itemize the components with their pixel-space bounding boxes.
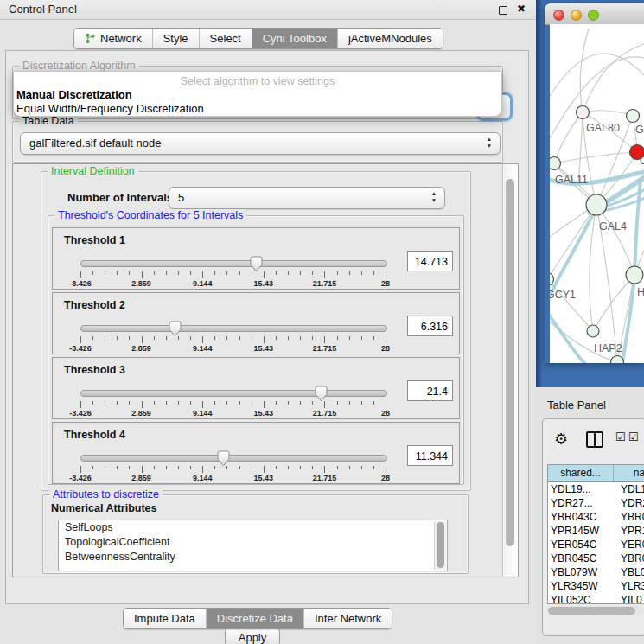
tab-cyni-toolbox[interactable]: Cyni Toolbox bbox=[252, 29, 337, 48]
network-edge[interactable] bbox=[583, 43, 644, 112]
threshold-value-field[interactable]: 14.713 bbox=[407, 251, 453, 271]
tab-network[interactable]: Network bbox=[74, 29, 152, 48]
slider-handle-icon[interactable] bbox=[315, 386, 328, 402]
table-header-row[interactable]: shared...na bbox=[548, 465, 644, 482]
network-node-gal4[interactable] bbox=[586, 194, 607, 215]
network-edge-highlighted[interactable] bbox=[622, 275, 634, 363]
table-cell[interactable]: YBR043C bbox=[548, 510, 614, 524]
attribute-list-item[interactable]: SelfLoops bbox=[59, 520, 447, 535]
table-row[interactable]: YLR345WYLR3 bbox=[548, 579, 644, 593]
close-icon[interactable]: ✖ bbox=[517, 3, 526, 15]
table-column-header-na[interactable]: na bbox=[614, 465, 644, 481]
table-cell[interactable]: YER0 bbox=[614, 538, 644, 552]
table-cell[interactable]: YIL0 bbox=[614, 593, 644, 604]
table-cell[interactable]: YDL19... bbox=[548, 482, 614, 496]
slider-track[interactable] bbox=[80, 455, 387, 462]
horizontal-scrollbar[interactable] bbox=[547, 606, 644, 615]
attributes-list-scrollbar[interactable] bbox=[434, 521, 446, 570]
table-cell[interactable]: YDR2 bbox=[614, 496, 644, 510]
bottom-tab-impute-data[interactable]: Impute Data bbox=[124, 609, 206, 628]
apply-button[interactable]: Apply bbox=[225, 628, 280, 644]
network-node-hap2[interactable] bbox=[587, 325, 599, 337]
table-row[interactable]: YDL19...YDL1 bbox=[548, 482, 644, 496]
dropdown-option-equal-width-frequency-discretization[interactable]: Equal Width/Frequency Discretization bbox=[14, 102, 501, 116]
bottom-tab-discretize-data[interactable]: Discretize Data bbox=[206, 609, 303, 628]
zoom-traffic-light-icon[interactable] bbox=[588, 10, 599, 21]
table-row[interactable]: YBR043CYBR0 bbox=[548, 510, 644, 524]
network-canvas[interactable]: GAL80GAL11GAL4HGCY1HAP2GAC bbox=[550, 24, 644, 363]
tab-select[interactable]: Select bbox=[199, 29, 252, 48]
table-cell[interactable]: YBL079W bbox=[548, 565, 614, 579]
num-intervals-combobox[interactable]: 5 bbox=[169, 187, 445, 209]
table-cell[interactable]: YBL0 bbox=[614, 565, 644, 579]
table-row[interactable]: YPR145WYPR1 bbox=[548, 524, 644, 538]
minimize-traffic-light-icon[interactable] bbox=[571, 10, 582, 21]
network-edge[interactable] bbox=[583, 111, 633, 116]
table-cell[interactable]: YPR145W bbox=[548, 524, 614, 538]
threshold-slider[interactable]: -3.4262.8599.14415.4321.71528 bbox=[80, 451, 386, 481]
node-table[interactable]: shared...na YDL19...YDL1YDR27...YDR2YBR0… bbox=[547, 464, 644, 604]
table-row[interactable]: YBL079WYBL0 bbox=[548, 565, 644, 579]
checkbox-icon[interactable]: ☑ bbox=[628, 430, 639, 443]
table-cell[interactable]: YLR3 bbox=[614, 579, 644, 593]
slider-track[interactable] bbox=[80, 260, 387, 267]
vertical-scrollbar-thumb[interactable] bbox=[506, 179, 514, 546]
table-cell[interactable]: YBR045C bbox=[548, 552, 614, 565]
table-data-combobox[interactable]: galFiltered.sif default node bbox=[20, 132, 501, 155]
table-row[interactable]: YIL052CYIL0 bbox=[548, 593, 644, 604]
threshold-slider[interactable]: -3.4262.8599.14415.4321.71528 bbox=[80, 322, 386, 351]
network-node-gcy1[interactable] bbox=[550, 273, 554, 286]
attribute-list-item[interactable]: BetweennessCentrality bbox=[59, 550, 447, 564]
threshold-panel-threshold-2: Threshold 2-3.4262.8599.14415.4321.71528… bbox=[52, 292, 460, 354]
threshold-slider[interactable]: -3.4262.8599.14415.4321.71528 bbox=[80, 386, 386, 416]
network-edge[interactable] bbox=[550, 318, 617, 362]
table-cell[interactable]: YDR27... bbox=[548, 496, 614, 510]
threshold-value-field[interactable]: 6.316 bbox=[407, 316, 453, 336]
network-node-gal80[interactable] bbox=[577, 106, 590, 119]
float-icon[interactable] bbox=[499, 6, 507, 15]
slider-track[interactable] bbox=[80, 390, 387, 397]
network-edge[interactable] bbox=[554, 152, 637, 163]
horizontal-scrollbar-thumb[interactable] bbox=[548, 607, 635, 615]
vertical-scrollbar[interactable] bbox=[502, 164, 518, 577]
attribute-list-item[interactable]: TopologicalCoefficient bbox=[59, 535, 447, 550]
tab-style-label: Style bbox=[163, 32, 188, 45]
network-edge[interactable] bbox=[590, 205, 596, 331]
tab-jactivemnodules[interactable]: jActiveMNodules bbox=[337, 29, 443, 48]
table-cell[interactable]: YBR0 bbox=[614, 510, 644, 524]
threshold-value-field[interactable]: 11.344 bbox=[407, 445, 453, 466]
slider-handle-icon[interactable] bbox=[250, 256, 263, 272]
table-row[interactable]: YBR045CYBR0 bbox=[548, 552, 644, 565]
network-edge[interactable] bbox=[554, 112, 583, 163]
thresholds-group: Threshold's Coordinates for 5 Intervals … bbox=[48, 215, 464, 485]
dropdown-option-manual-discretization[interactable]: Manual Discretization bbox=[14, 88, 501, 102]
table-cell[interactable]: YER054C bbox=[548, 538, 614, 552]
checkbox-icon[interactable]: ☑ bbox=[615, 430, 626, 443]
gear-icon[interactable]: ⚙ bbox=[554, 430, 568, 448]
numerical-attributes-list[interactable]: SelfLoopsTopologicalCoefficientBetweenne… bbox=[58, 520, 448, 571]
table-cell[interactable]: YLR345W bbox=[548, 579, 614, 593]
table-row[interactable]: YDR27...YDR2 bbox=[548, 496, 644, 510]
slider-handle-icon[interactable] bbox=[169, 321, 182, 337]
table-panel: ⚙ ☑ ☑ shared...na YDL19...YDL1YDR27...YD… bbox=[542, 418, 644, 636]
slider-track[interactable] bbox=[80, 325, 387, 332]
slider-handle-icon[interactable] bbox=[217, 450, 230, 467]
tab-style[interactable]: Style bbox=[152, 29, 199, 48]
network-node-gal11[interactable] bbox=[550, 157, 561, 170]
threshold-value-field[interactable]: 21.4 bbox=[407, 380, 453, 401]
table-column-header-shared[interactable]: shared... bbox=[548, 465, 614, 481]
threshold-slider[interactable]: -3.4262.8599.14415.4321.71528 bbox=[80, 257, 386, 286]
tab-cyni-toolbox-label: Cyni Toolbox bbox=[263, 32, 327, 45]
network-node-h[interactable] bbox=[626, 266, 643, 284]
split-view-icon[interactable] bbox=[586, 431, 603, 448]
table-cell[interactable]: YBR0 bbox=[614, 552, 644, 565]
close-traffic-light-icon[interactable] bbox=[553, 10, 564, 21]
table-row[interactable]: YER054CYER0 bbox=[548, 538, 644, 552]
network-window-titlebar[interactable] bbox=[545, 3, 644, 25]
table-cell[interactable]: YIL052C bbox=[548, 593, 614, 604]
network-node[interactable] bbox=[627, 110, 640, 123]
table-cell[interactable]: YDL1 bbox=[614, 482, 644, 496]
bottom-tab-infer-network[interactable]: Infer Network bbox=[303, 609, 392, 628]
table-cell[interactable]: YPR1 bbox=[614, 524, 644, 538]
network-edge[interactable] bbox=[550, 54, 644, 104]
